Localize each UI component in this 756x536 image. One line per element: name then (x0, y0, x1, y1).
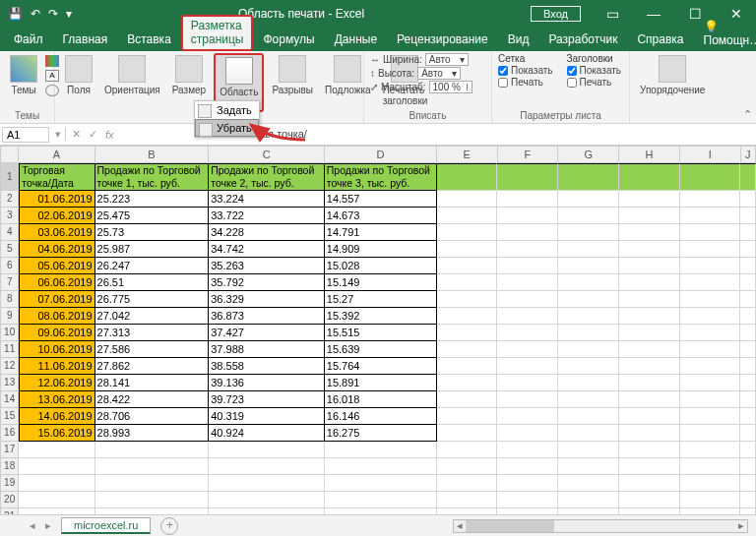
cell[interactable]: 34.742 (209, 241, 325, 258)
cell[interactable] (680, 475, 741, 492)
cell[interactable] (558, 208, 619, 224)
cell[interactable]: 14.06.2019 (19, 408, 94, 425)
cell[interactable] (325, 492, 437, 508)
cell[interactable] (558, 308, 619, 325)
cell[interactable] (497, 208, 558, 224)
gridlines-view-check[interactable] (498, 66, 508, 76)
cell[interactable] (437, 191, 498, 208)
row-header[interactable]: 3 (0, 208, 19, 224)
cell[interactable]: 14.909 (325, 241, 437, 258)
cell[interactable] (619, 224, 680, 241)
cell[interactable]: 12.06.2019 (19, 375, 94, 391)
cell[interactable] (680, 341, 741, 358)
cell[interactable] (19, 442, 94, 458)
cell[interactable] (680, 492, 741, 508)
cell[interactable] (95, 492, 210, 508)
cell[interactable]: 37.988 (209, 341, 325, 358)
cell[interactable] (497, 274, 558, 291)
cell[interactable] (619, 341, 680, 358)
row-header[interactable]: 2 (0, 191, 19, 208)
cell[interactable]: 28.141 (95, 375, 210, 391)
tab-formulas[interactable]: Формулы (253, 29, 324, 51)
minimize-icon[interactable]: — (634, 6, 673, 22)
cell[interactable] (437, 475, 498, 492)
cell[interactable] (437, 442, 498, 458)
cell[interactable]: 40.319 (209, 408, 325, 425)
cell[interactable] (740, 163, 756, 191)
cell[interactable]: 39.136 (209, 375, 325, 391)
cell[interactable]: 15.149 (325, 274, 437, 291)
cell[interactable] (209, 458, 325, 475)
cell[interactable]: 15.639 (325, 341, 437, 358)
cell[interactable] (558, 391, 619, 408)
cell[interactable] (497, 442, 558, 458)
cell[interactable]: 15.028 (325, 258, 437, 274)
redo-icon[interactable]: ↷ (48, 7, 58, 21)
tab-developer[interactable]: Разработчик (538, 29, 627, 51)
orientation-button[interactable]: Ориентация (100, 53, 164, 97)
row-header[interactable]: 15 (0, 408, 19, 425)
cell[interactable] (619, 408, 680, 425)
cell[interactable]: 08.06.2019 (19, 308, 94, 325)
cell[interactable] (558, 442, 619, 458)
tab-help[interactable]: Справка (627, 29, 693, 51)
cell[interactable] (740, 241, 756, 258)
headings-view-check[interactable] (567, 66, 577, 76)
cell[interactable] (740, 308, 756, 325)
row-header[interactable]: 4 (0, 224, 19, 241)
cell[interactable] (740, 375, 756, 391)
cell[interactable]: 35.263 (209, 258, 325, 274)
cell[interactable]: 33.224 (209, 191, 325, 208)
cell[interactable] (740, 341, 756, 358)
cell[interactable] (437, 375, 498, 391)
cell[interactable]: 14.673 (325, 208, 437, 224)
cell[interactable]: 03.06.2019 (19, 224, 94, 241)
cell[interactable] (437, 391, 498, 408)
cell[interactable]: 10.06.2019 (19, 341, 94, 358)
row-header[interactable]: 5 (0, 241, 19, 258)
col-header-B[interactable]: B (95, 146, 210, 163)
cell[interactable]: 26.247 (95, 258, 210, 274)
row-header[interactable]: 20 (0, 492, 19, 508)
cell[interactable] (437, 492, 498, 508)
cell[interactable] (740, 475, 756, 492)
scale-input[interactable]: 100 %⁞ (429, 81, 472, 93)
cell[interactable] (740, 191, 756, 208)
col-header-G[interactable]: G (558, 146, 619, 163)
row-header[interactable]: 16 (0, 425, 19, 442)
cell[interactable] (740, 442, 756, 458)
row-header[interactable]: 9 (0, 308, 19, 325)
cell[interactable] (209, 475, 325, 492)
cell[interactable]: 36.873 (209, 308, 325, 325)
cell[interactable]: 40.924 (209, 425, 325, 442)
cell[interactable]: 25.73 (95, 224, 210, 241)
cell[interactable] (497, 375, 558, 391)
cell[interactable] (558, 224, 619, 241)
tab-data[interactable]: Данные (325, 29, 387, 51)
cell[interactable]: Торговая точка/Дата (19, 163, 94, 191)
cell[interactable]: 06.06.2019 (19, 274, 94, 291)
cell[interactable]: 25.223 (95, 191, 210, 208)
sheet-nav-next-icon[interactable]: ▸ (45, 519, 51, 532)
tab-home[interactable]: Главная (53, 29, 118, 51)
col-header-D[interactable]: D (325, 146, 437, 163)
ribbon-options-icon[interactable]: ▭ (593, 6, 632, 22)
cell[interactable] (497, 492, 558, 508)
cell[interactable] (680, 224, 741, 241)
size-button[interactable]: Размер (168, 53, 210, 97)
cell[interactable] (209, 492, 325, 508)
cell[interactable] (619, 291, 680, 308)
cell[interactable]: 16.275 (325, 425, 437, 442)
cell[interactable]: 07.06.2019 (19, 291, 94, 308)
cell[interactable]: 11.06.2019 (19, 358, 94, 375)
cell[interactable] (558, 258, 619, 274)
row-header[interactable]: 11 (0, 341, 19, 358)
cell[interactable] (619, 425, 680, 442)
cell[interactable] (558, 291, 619, 308)
cell[interactable] (497, 458, 558, 475)
row-header[interactable]: 1 (0, 163, 19, 191)
tab-insert[interactable]: Вставка (117, 29, 181, 51)
select-all-corner[interactable] (0, 146, 19, 163)
cell[interactable] (680, 425, 741, 442)
cell[interactable] (680, 208, 741, 224)
